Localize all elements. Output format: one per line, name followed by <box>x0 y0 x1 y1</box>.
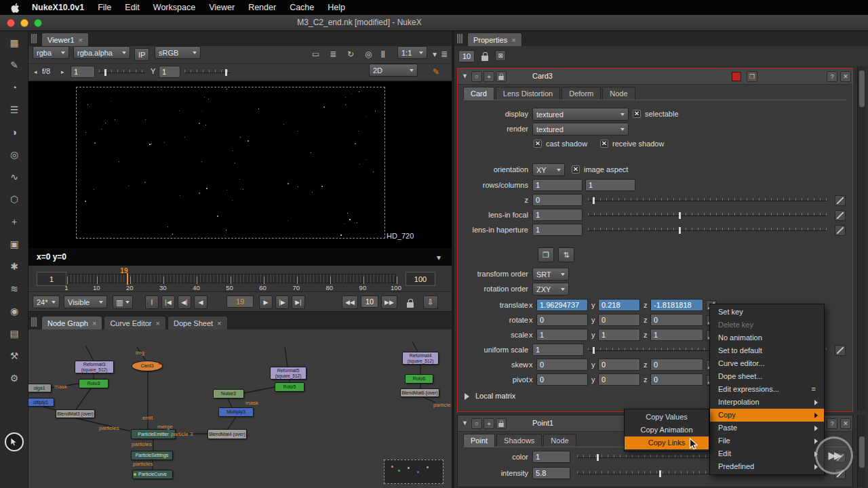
input-process-button[interactable]: IP <box>134 48 149 61</box>
receive-shadow-checkbox[interactable]: ✕ <box>600 140 608 148</box>
node-reformat3[interactable]: Reformat3(square_512) <box>75 361 114 373</box>
expand-local-matrix-icon[interactable] <box>465 393 473 400</box>
tab-shadows[interactable]: Shadows <box>496 434 542 447</box>
monitor-out-icon[interactable]: ▭ <box>312 49 319 60</box>
float-panel-icon[interactable]: ❐ <box>747 71 757 82</box>
tab-lens-distortion[interactable]: Lens Distortion <box>496 87 560 100</box>
menu-edit[interactable]: Edit <box>118 3 146 12</box>
toolsets-icon[interactable]: ⚒ <box>0 344 28 367</box>
in-mark-button[interactable]: I <box>145 296 159 309</box>
clear-panels-icon[interactable]: ⊠ <box>495 50 506 61</box>
scrollbar-thumb[interactable] <box>859 436 865 468</box>
color-input[interactable]: 1 <box>532 451 570 463</box>
scale-y-input[interactable]: 1 <box>598 329 640 341</box>
render-button[interactable]: ⇩ <box>423 296 438 309</box>
pivot-y-input[interactable]: 0 <box>598 373 640 386</box>
context-menu-item-edit-expressions[interactable]: Edit expressions...= <box>710 383 824 396</box>
tab-node[interactable]: Node <box>543 434 576 447</box>
center-node-icon[interactable]: ⌖ <box>484 71 494 82</box>
menu-help[interactable]: Help <box>321 3 352 12</box>
skip-forward-button[interactable]: ▶▶ <box>381 296 397 309</box>
file-button[interactable]: ❐ <box>538 247 554 262</box>
node-blendmat6-over[interactable]: BlendMat6 (over) <box>400 388 439 397</box>
help-icon[interactable]: ? <box>827 71 837 82</box>
center-node-icon[interactable]: ⌖ <box>484 418 494 429</box>
translate-z-input[interactable]: -1.8181818 <box>650 299 703 311</box>
tab-node-graph[interactable]: Node Graph × <box>41 316 102 329</box>
collapse-panel-icon[interactable]: ▼ <box>462 73 468 79</box>
close-tab-icon[interactable]: × <box>156 319 160 327</box>
close-tab-icon[interactable]: × <box>79 36 83 44</box>
translate-y-input[interactable]: 0.218 <box>598 299 640 311</box>
tab-properties[interactable]: Properties × <box>467 33 522 46</box>
frame-increment-input[interactable]: 10 <box>361 296 378 308</box>
proxy-caret-icon[interactable]: ▾ <box>433 49 437 60</box>
orientation-dropdown[interactable]: XY <box>532 163 565 176</box>
step-back-button[interactable]: ◀| <box>178 296 191 309</box>
swap-axes-button[interactable]: ⇅ <box>558 247 574 262</box>
transform-icon[interactable]: + <box>0 210 28 232</box>
menu-file[interactable]: File <box>91 3 118 12</box>
3d-icon[interactable]: ▣ <box>0 232 28 255</box>
pivot-x-input[interactable]: 0 <box>536 373 588 386</box>
image-aspect-checkbox[interactable]: ✕ <box>572 165 580 174</box>
timeline-ruler[interactable]: 19 <box>66 274 396 283</box>
lock-node-icon[interactable] <box>496 71 507 82</box>
z-slider[interactable] <box>588 197 827 205</box>
lens-haperture-slider[interactable] <box>588 226 827 235</box>
context-menu-item-edit[interactable]: Edit <box>710 447 824 460</box>
context-menu-item-set-key[interactable]: Set key <box>710 306 824 319</box>
uniform-scale-input[interactable]: 1 <box>532 344 584 356</box>
tab-node[interactable]: Node <box>602 87 635 100</box>
lock-node-icon[interactable] <box>496 418 507 429</box>
close-panel-icon[interactable]: ✕ <box>840 418 851 429</box>
lens-focal-animation-icon[interactable] <box>835 210 846 221</box>
menu-viewer[interactable]: Viewer <box>202 3 241 12</box>
node-particlecurve[interactable]: ParticleCurve <box>132 470 173 479</box>
intensity-input[interactable]: 5.8 <box>532 467 570 479</box>
draw-icon[interactable]: ✎ <box>0 54 28 76</box>
metadata-icon[interactable]: ▤ <box>0 322 28 344</box>
pause-icon[interactable]: || <box>381 49 385 60</box>
annotate-pencil-icon[interactable]: ✎ <box>433 66 439 77</box>
rotate-y-input[interactable]: 0 <box>598 314 640 326</box>
panel-grip-icon[interactable] <box>31 34 37 43</box>
columns-input[interactable]: 1 <box>585 179 635 191</box>
image-icon[interactable]: ▦ <box>0 31 28 54</box>
node-reformat5[interactable]: Reformat5(square_512) <box>270 367 307 380</box>
other-icon[interactable]: ⚙ <box>0 367 28 389</box>
gain-input[interactable]: 1 <box>71 66 95 78</box>
context-menu-item-no-animation[interactable]: No animation <box>710 331 824 344</box>
lens-haperture-animation-icon[interactable] <box>835 225 846 236</box>
node-reformat4[interactable]: Reformat4(square_512) <box>402 352 439 365</box>
node-name[interactable]: Card3 <box>532 72 553 80</box>
alpha-channel-dropdown[interactable]: rgba.alpha <box>73 46 130 59</box>
context-menu-item-copy[interactable]: Copy <box>710 409 824 422</box>
node-particleemitter[interactable]: ParticleEmitter <box>131 429 176 439</box>
tab-point[interactable]: Point <box>463 434 495 447</box>
tab-card[interactable]: Card <box>463 87 494 100</box>
nodegraph-canvas[interactable]: Reformat3(square_512)Card3Roto3olga1ulti… <box>28 329 452 488</box>
views-icon[interactable]: ◉ <box>0 300 28 322</box>
rows-input[interactable]: 1 <box>532 179 583 191</box>
node-particlesettings[interactable]: ParticleSettings <box>131 451 173 460</box>
info-caret-icon[interactable]: ▾ <box>437 252 441 263</box>
tab-dope-sheet[interactable]: Dope Sheet × <box>167 316 228 329</box>
point1-scrollbar[interactable] <box>857 415 865 487</box>
uniform-scale-animation-icon[interactable] <box>835 345 846 356</box>
lens-haperture-input[interactable]: 1 <box>532 224 583 236</box>
deep-icon[interactable]: ≋ <box>0 277 28 300</box>
translate-x-input[interactable]: 1.96294737 <box>536 299 588 311</box>
current-frame-input[interactable]: 19 <box>226 296 254 308</box>
lock-panels-icon[interactable] <box>481 56 488 61</box>
scale-z-input[interactable]: 1 <box>650 329 703 341</box>
cast-shadow-checkbox[interactable]: ✕ <box>534 140 542 148</box>
display-dropdown[interactable]: textured <box>532 108 629 121</box>
menu-render[interactable]: Render <box>241 3 283 12</box>
color-icon[interactable]: ◑ <box>0 121 28 143</box>
panel-grip-icon[interactable] <box>31 317 37 327</box>
menu-cache[interactable]: Cache <box>283 3 321 12</box>
properties-scrollbar[interactable] <box>857 66 865 411</box>
z-input[interactable]: 0 <box>532 194 583 206</box>
tab-curve-editor[interactable]: Curve Editor × <box>104 316 166 329</box>
